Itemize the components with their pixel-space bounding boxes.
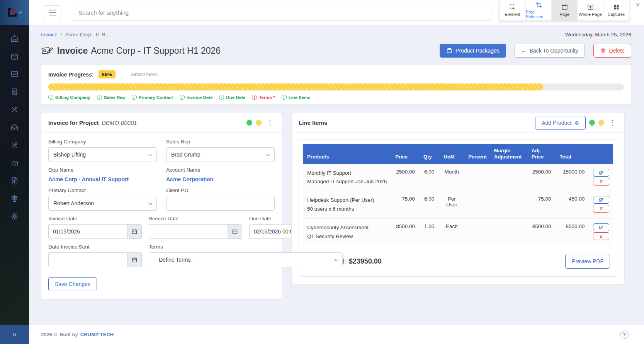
question-mark-icon: ?: [623, 332, 626, 337]
sidebar-item-invoices[interactable]: [10, 176, 19, 185]
delete-line-item-button[interactable]: [593, 232, 609, 240]
tools-icon: [10, 141, 19, 150]
primary-contact-select[interactable]: Robert Anderson: [48, 196, 157, 211]
capture-captures-button[interactable]: Captures: [603, 0, 629, 20]
sidebar-item-mail[interactable]: [10, 123, 19, 132]
capture-close-button[interactable]: ×: [636, 1, 640, 9]
account-name-link[interactable]: Acme Corporation: [166, 175, 213, 182]
project-total-value: $23950.00: [349, 257, 382, 266]
terms-select[interactable]: -- Define Terms --: [149, 252, 343, 267]
chevron-down-icon: [148, 152, 153, 156]
product-desc: Managed IT support Jan-Jun 2026: [307, 177, 387, 186]
calendar-icon: [10, 52, 19, 61]
capture-whole-page-button[interactable]: Whole Page: [577, 0, 603, 20]
crop-icon: [535, 2, 542, 8]
chevron-down-icon: [266, 152, 270, 156]
invoice-date-input[interactable]: [48, 224, 127, 239]
invoice-date-calendar-button[interactable]: [127, 224, 142, 239]
line-items-table: Products Price Qty UoM Percent Margin Ad…: [303, 144, 613, 246]
sidebar-item-companies[interactable]: [10, 87, 19, 96]
preview-pdf-button[interactable]: Preview PDF: [565, 254, 610, 269]
product-name: Helpdesk Support (Per User): [307, 196, 387, 205]
breadcrumb-invoice-link[interactable]: Invoice: [41, 32, 58, 37]
back-to-opportunity-button[interactable]: ← Back To Opportunity: [515, 44, 585, 58]
search-input[interactable]: [72, 5, 491, 21]
billing-company-label: Billing Company: [48, 139, 157, 145]
edit-line-item-button[interactable]: [593, 196, 609, 204]
delete-line-item-button[interactable]: [593, 178, 609, 186]
capture-element-button[interactable]: Element: [500, 0, 525, 20]
check-circle-icon: ✓: [180, 95, 185, 100]
chart-line-icon: [10, 70, 19, 78]
progress-fill: [48, 83, 543, 90]
card-menu-button[interactable]: ⋮: [265, 119, 275, 126]
sales-rep-label: Sales Rep: [166, 139, 275, 145]
product-packages-button[interactable]: Product Packages: [440, 44, 506, 58]
page-header: InvoiceAcme Corp - IT Support H1 2026 Pr…: [41, 42, 631, 59]
sidebar-item-home[interactable]: [10, 34, 19, 43]
save-changes-button[interactable]: Save Changes: [48, 277, 97, 291]
edit-line-item-button[interactable]: [593, 169, 609, 177]
date-invoice-sent-calendar-button[interactable]: [127, 252, 142, 267]
invoice-pen-icon: [41, 45, 53, 56]
sidebar-item-calendar[interactable]: [10, 51, 19, 61]
service-date-calendar-button[interactable]: [228, 224, 242, 239]
check-circle-icon: ✓: [132, 95, 137, 100]
chevron-down-icon: [19, 10, 22, 14]
billing-company-select[interactable]: Bishop Lifting: [48, 147, 157, 162]
whole-page-icon: [587, 4, 594, 10]
project-code: DEMO-00001: [102, 119, 137, 126]
table-row: Monthly IT SupportManaged IT support Jan…: [303, 164, 613, 191]
trash-icon: [599, 234, 603, 238]
add-product-button[interactable]: Add Product ⊕: [535, 116, 586, 130]
service-date-input[interactable]: [149, 224, 228, 239]
app-logo[interactable]: [0, 0, 29, 25]
check-circle-icon: ✓: [97, 95, 102, 100]
client-po-input[interactable]: [166, 196, 275, 211]
tools-icon: [10, 105, 19, 114]
edit-icon: [599, 198, 603, 202]
arrow-left-icon: ←: [521, 48, 527, 54]
form-card-title: Invoice for Project: [48, 119, 99, 126]
chart-bars-icon: [10, 158, 19, 167]
progress-hint: Almost there...: [131, 72, 161, 77]
sidebar-item-tools[interactable]: [10, 105, 19, 114]
main-content: Invoice / Acme Corp - IT S... Wednesday,…: [29, 25, 644, 325]
table-row: Helpdesk Support (Per User)50 users x 6 …: [303, 191, 613, 219]
element-select-icon: [509, 4, 516, 10]
invoice-date-label: Invoice Date: [48, 216, 142, 221]
table-row: Cybersecurity AssessmentQ1 Security Revi…: [303, 219, 613, 246]
close-icon: ×: [636, 0, 640, 9]
sidebar-item-services[interactable]: [10, 140, 19, 150]
progress-label: Invoice Progress:: [48, 72, 94, 78]
calendar-icon: [232, 228, 238, 235]
footer-year: 2026 ©: [41, 332, 57, 337]
sidebar-expand-button[interactable]: »: [0, 325, 29, 344]
sidebar-item-analytics[interactable]: [10, 158, 19, 167]
chevrons-right-icon: »: [12, 330, 17, 339]
hamburger-menu-button[interactable]: [44, 5, 61, 20]
date-invoice-sent-input[interactable]: [48, 252, 127, 267]
delete-line-item-button[interactable]: [593, 205, 609, 213]
sidebar-item-settings[interactable]: [10, 211, 19, 221]
delete-button[interactable]: Delete: [593, 44, 631, 58]
capture-free-selection-button[interactable]: Free Selection: [525, 0, 551, 20]
product-desc: Q1 Security Review: [307, 232, 387, 241]
invoice-progress-card: Invoice Progress: 86% Almost there... ✓B…: [41, 65, 631, 105]
help-button[interactable]: ?: [620, 330, 629, 339]
progress-track: [48, 83, 624, 90]
card-menu-button[interactable]: ⋮: [608, 119, 617, 126]
opp-name-label: Opp Name: [48, 167, 157, 173]
capture-page-button[interactable]: Page: [551, 0, 577, 20]
edit-line-item-button[interactable]: [593, 223, 609, 231]
page-title: InvoiceAcme Corp - IT Support H1 2026: [57, 46, 221, 56]
sidebar-item-legal[interactable]: [10, 194, 19, 203]
opp-name-link[interactable]: Acme Corp - Annual IT Support: [48, 175, 129, 182]
chevron-down-icon: [334, 257, 338, 261]
breadcrumb-separator: /: [61, 32, 62, 37]
sales-rep-select[interactable]: Brad Crump: [166, 147, 275, 162]
sidebar-item-reports[interactable]: [10, 69, 19, 78]
file-invoice-dollar-icon: [10, 176, 19, 185]
crump-tech-link[interactable]: CRUMP TECH: [80, 332, 114, 337]
product-name: Monthly IT Support: [307, 169, 387, 178]
